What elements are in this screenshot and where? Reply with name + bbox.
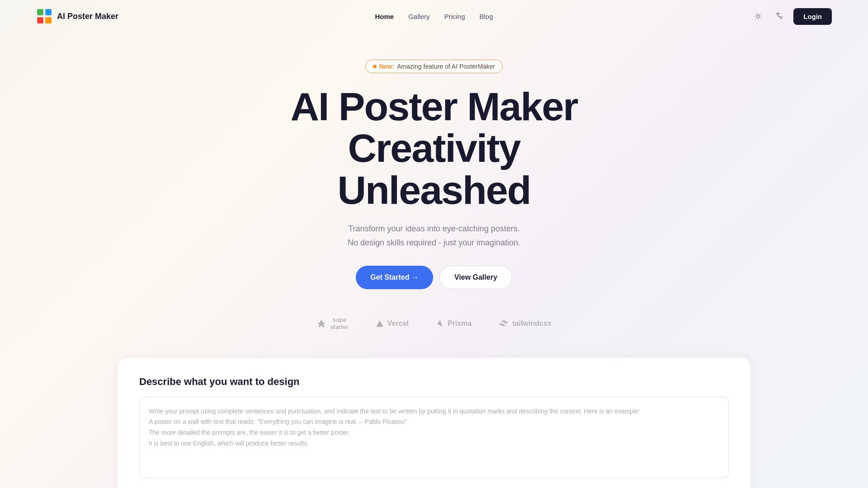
brand-logos: supa starter Vercel Prisma tailwindcss (316, 316, 551, 330)
login-button[interactable]: Login (793, 8, 832, 25)
design-section: Describe what you want to design (118, 358, 750, 488)
hero-title-line2: Creativity (348, 126, 520, 170)
svg-rect-0 (37, 9, 43, 15)
tailwindcss-logo: tailwindcss (499, 319, 551, 328)
navbar: AI Poster Maker Home Gallery Pricing Blo… (0, 0, 868, 33)
svg-rect-3 (45, 17, 52, 23)
prompt-input[interactable] (139, 397, 729, 478)
view-gallery-button[interactable]: View Gallery (439, 266, 512, 289)
badge-dot (373, 65, 377, 68)
prisma-logo: Prisma (436, 319, 472, 328)
nav-links: Home Gallery Pricing Blog (375, 13, 493, 20)
nav-right: Login (750, 8, 832, 25)
hero-section: New: Amazing feature of AI PosterMaker A… (0, 33, 868, 358)
get-started-button[interactable]: Get Started → (356, 266, 433, 289)
supastarter-logo: supa starter (316, 316, 348, 330)
design-section-title: Describe what you want to design (139, 376, 729, 388)
badge-text: Amazing feature of AI PosterMaker (397, 63, 495, 70)
hero-buttons: Get Started → View Gallery (356, 266, 512, 289)
badge-new-label: New: (379, 63, 394, 70)
hero-title: AI Poster Maker Creativity Unleashed (290, 86, 577, 211)
nav-blog[interactable]: Blog (480, 13, 493, 20)
announcement-badge: New: Amazing feature of AI PosterMaker (365, 60, 503, 73)
svg-rect-1 (45, 9, 52, 15)
hero-subtitle-line1: Transform your ideas into eye-catching p… (348, 224, 520, 233)
translate-icon[interactable] (772, 8, 788, 24)
hero-title-line3: Unleashed (337, 168, 530, 212)
nav-pricing[interactable]: Pricing (444, 13, 465, 20)
settings-icon[interactable] (750, 8, 766, 24)
hero-subtitle: Transform your ideas into eye-catching p… (348, 222, 520, 249)
nav-logo[interactable]: AI Poster Maker (36, 8, 118, 24)
logo-icon (36, 8, 52, 24)
svg-rect-2 (37, 17, 43, 23)
vercel-logo: Vercel (376, 319, 409, 328)
hero-subtitle-line2: No design skills required - just your im… (348, 238, 520, 247)
nav-logo-text: AI Poster Maker (57, 12, 118, 21)
nav-gallery[interactable]: Gallery (408, 13, 430, 20)
nav-home[interactable]: Home (375, 13, 394, 20)
hero-title-line1: AI Poster Maker (290, 84, 577, 129)
svg-point-4 (757, 15, 760, 18)
